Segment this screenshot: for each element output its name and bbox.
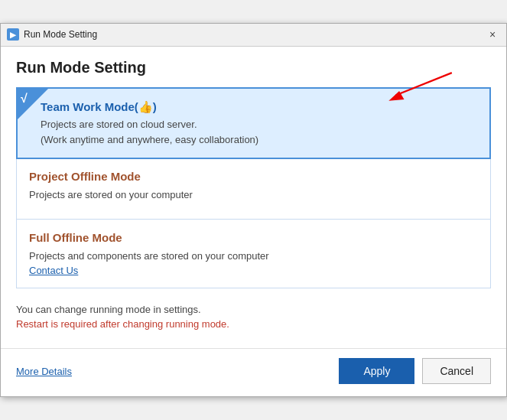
dialog-footer: More Details Apply Cancel <box>1 348 506 396</box>
full-offline-mode-row[interactable]: Full Offline Mode Projects and component… <box>17 220 490 288</box>
team-work-mode-row[interactable]: √ Team Work Mode(👍) Projects are stored … <box>16 87 491 160</box>
project-offline-content: Project Offline Mode Projects are stored… <box>17 158 490 219</box>
full-offline-content: Full Offline Mode Projects and component… <box>17 220 490 288</box>
info-line2: Restart is required after changing runni… <box>16 318 491 330</box>
project-offline-title: Project Offline Mode <box>29 169 479 184</box>
more-details-link[interactable]: More Details <box>16 366 72 377</box>
modes-container: √ Team Work Mode(👍) Projects are stored … <box>16 87 491 289</box>
run-mode-dialog: ▶ Run Mode Setting × Run Mode Setting √ … <box>0 23 507 398</box>
footer-buttons: Apply Cancel <box>339 358 491 384</box>
selected-checkmark: √ <box>21 92 28 106</box>
apply-button[interactable]: Apply <box>339 358 414 384</box>
title-bar: ▶ Run Mode Setting × <box>1 24 506 47</box>
app-icon: ▶ <box>7 28 19 41</box>
team-work-desc1: Projects are stored on cloud server. <box>41 117 479 132</box>
dialog-heading: Run Mode Setting <box>16 59 491 77</box>
info-section: You can change running mode in settings.… <box>16 299 491 336</box>
project-offline-mode-row[interactable]: Project Offline Mode Projects are stored… <box>17 158 490 220</box>
project-offline-desc1: Projects are stored on your computer <box>29 187 479 203</box>
full-offline-title: Full Offline Mode <box>29 230 479 246</box>
team-work-content: Team Work Mode(👍) Projects are stored on… <box>18 89 489 158</box>
title-bar-left: ▶ Run Mode Setting <box>7 28 97 41</box>
cancel-button[interactable]: Cancel <box>422 358 491 384</box>
info-line1: You can change running mode in settings. <box>16 304 491 315</box>
close-button[interactable]: × <box>485 27 500 42</box>
title-bar-text: Run Mode Setting <box>24 29 97 40</box>
dialog-body: Run Mode Setting √ Team Work Mode(👍) Pro… <box>1 47 506 349</box>
full-offline-desc1: Projects and components are stored on yo… <box>29 249 479 264</box>
contact-us-link[interactable]: Contact Us <box>29 265 78 276</box>
team-work-desc2: (Work anytime and anywhere, easy collabo… <box>41 132 479 148</box>
team-work-title: Team Work Mode(👍) <box>41 99 479 115</box>
